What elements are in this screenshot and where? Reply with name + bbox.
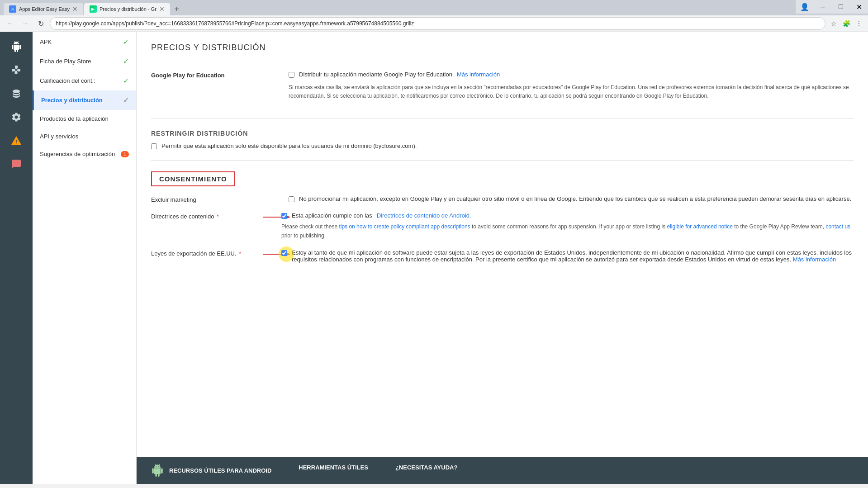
- leyes-required: *: [239, 250, 241, 257]
- directrices-extra: Please check out these tips on how to cr…: [281, 223, 854, 240]
- extension-icon[interactable]: 🧩: [841, 18, 852, 29]
- tab2-close[interactable]: ✕: [159, 5, 165, 13]
- directrices-link4[interactable]: contact us: [825, 223, 850, 230]
- bookmark-icon[interactable]: ☆: [828, 18, 839, 29]
- back-button[interactable]: ←: [4, 17, 16, 30]
- browser-chrome: A Apps Editor Easy Easy ✕ ▶ Precios y di…: [0, 0, 868, 32]
- excluir-description: No promocionar mi aplicación, excepto en…: [299, 195, 851, 202]
- education-checkbox-row: Distribuir tu aplicación mediante Google…: [289, 71, 854, 78]
- consentimiento-section: CONSENTIMIENTO Excluir marketing No prom…: [151, 171, 854, 262]
- restringir-label: Permitir que esta aplicación solo esté d…: [161, 142, 417, 149]
- reload-button[interactable]: ↻: [34, 17, 47, 30]
- sugerencias-badge: 1: [121, 151, 129, 157]
- support-icon[interactable]: [5, 153, 27, 175]
- education-more-info-link[interactable]: Más información: [457, 71, 500, 78]
- tab2-favicon: ▶: [90, 5, 97, 13]
- check-precios: ✓: [123, 96, 129, 104]
- settings-icon[interactable]: [5, 106, 27, 128]
- education-checkbox[interactable]: [289, 72, 294, 78]
- user-icon[interactable]: 👤: [796, 0, 814, 14]
- leyes-more-info-link[interactable]: Más información: [793, 256, 836, 263]
- directrices-link2[interactable]: tips on how to create policy compliant a…: [339, 223, 470, 230]
- tab-apps-editor[interactable]: A Apps Editor Easy Easy ✕: [4, 3, 83, 15]
- footer-section-3: ¿NECESITAS AYUDA?: [395, 464, 457, 477]
- new-tab-button[interactable]: +: [171, 3, 183, 15]
- education-label: Google Play for Education: [151, 71, 278, 79]
- education-row: Google Play for Education Distribuir tu …: [151, 71, 854, 100]
- nav-item-api[interactable]: API y servicios: [33, 128, 136, 145]
- leyes-row: Leyes de exportación de EE.UU. *: [151, 249, 854, 263]
- nav-item-precios[interactable]: Precios y distribución ✓: [33, 90, 136, 110]
- directrices-desc-main: Esta aplicación cumple con las: [292, 212, 372, 219]
- nav-item-ficha[interactable]: Ficha de Play Store ✓: [33, 52, 136, 71]
- restringir-checkbox[interactable]: [151, 143, 157, 149]
- excluir-marketing-row: Excluir marketing No promocionar mi apli…: [151, 195, 854, 203]
- restringir-section: RESTRINGIR DISTRIBUCIÓN Permitir que est…: [151, 130, 854, 161]
- nav-item-sugerencias[interactable]: Sugerencias de optimización 1: [33, 145, 136, 163]
- directrices-label: Directrices de contenido *: [151, 212, 278, 220]
- leyes-content: Estoy al tanto de que mi aplicación de s…: [278, 249, 854, 263]
- nav-item-calificacion[interactable]: Calificación del cont.: ✓: [33, 71, 136, 90]
- directrices-checkbox[interactable]: [281, 213, 287, 219]
- page-title: PRECIOS Y DISTRIBUCIÓN: [151, 43, 854, 60]
- excluir-checkbox[interactable]: [289, 196, 294, 202]
- leyes-checkbox[interactable]: [281, 250, 287, 256]
- sidebar: [0, 32, 33, 484]
- directrices-row: Directrices de contenido *: [151, 212, 854, 240]
- menu-icon[interactable]: ⋮: [854, 18, 864, 29]
- excluir-content: No promocionar mi aplicación, excepto en…: [289, 195, 854, 202]
- education-description-detail: Si marcas esta casilla, se enviará la ap…: [289, 83, 854, 100]
- database-icon[interactable]: [5, 83, 27, 104]
- footer-section-2: HERRAMIENTAS ÚTILES: [299, 464, 368, 477]
- excluir-label: Excluir marketing: [151, 195, 278, 203]
- maximize-button[interactable]: □: [832, 0, 850, 14]
- check-calificacion: ✓: [123, 76, 129, 85]
- restringir-title: RESTRINGIR DISTRIBUCIÓN: [151, 130, 854, 137]
- check-apk: ✓: [123, 38, 129, 46]
- android-icon[interactable]: [5, 36, 27, 57]
- tab1-favicon: A: [9, 5, 16, 13]
- warning-icon[interactable]: [5, 130, 27, 152]
- gamepad-icon[interactable]: [5, 59, 27, 81]
- footer-section-1: RECURSOS ÚTILES PARA ANDROID: [169, 467, 271, 474]
- tab1-label: Apps Editor Easy Easy: [19, 6, 70, 12]
- excluir-checkbox-row: No promocionar mi aplicación, excepto en…: [289, 195, 854, 202]
- toolbar-icons: ☆ 🧩 ⋮: [828, 18, 864, 29]
- consentimiento-title: CONSENTIMIENTO: [151, 171, 235, 186]
- address-input[interactable]: [50, 17, 825, 30]
- main-content: PRECIOS Y DISTRIBUCIÓN Google Play for E…: [137, 32, 868, 457]
- tab2-label: Precios y distribución - Gr: [100, 6, 157, 12]
- footer: RECURSOS ÚTILES PARA ANDROID HERRAMIENTA…: [137, 457, 868, 484]
- directrices-link3[interactable]: eligible for advanced notice: [667, 223, 732, 230]
- education-desc-main: Distribuir tu aplicación mediante Google…: [299, 71, 452, 78]
- directrices-content: Esta aplicación cumple con las Directric…: [278, 212, 854, 240]
- leyes-checkbox-row: Estoy al tanto de que mi aplicación de s…: [281, 249, 854, 263]
- directrices-checkbox-row: Esta aplicación cumple con las Directric…: [281, 212, 854, 219]
- app-container: APK ✓ Ficha de Play Store ✓ Calificación…: [0, 32, 868, 484]
- nav-item-apk[interactable]: APK ✓: [33, 32, 136, 52]
- education-content: Distribuir tu aplicación mediante Google…: [289, 71, 854, 100]
- minimize-button[interactable]: –: [814, 0, 832, 14]
- leyes-label: Leyes de exportación de EE.UU. *: [151, 249, 278, 257]
- tab-bar: A Apps Editor Easy Easy ✕ ▶ Precios y di…: [0, 0, 868, 15]
- nav-panel: APK ✓ Ficha de Play Store ✓ Calificación…: [33, 32, 137, 484]
- address-bar-row: ← → ↻ ☆ 🧩 ⋮: [0, 15, 868, 32]
- tab-precios[interactable]: ▶ Precios y distribución - Gr ✕: [84, 3, 170, 15]
- check-ficha: ✓: [123, 57, 129, 66]
- directrices-checkbox-wrapper: [281, 212, 287, 219]
- directrices-required: *: [217, 213, 219, 220]
- directrices-link1[interactable]: Directrices de contenido de Android.: [377, 212, 471, 219]
- google-play-education-section: Google Play for Education Distribuir tu …: [151, 71, 854, 119]
- close-button[interactable]: ✕: [850, 0, 868, 14]
- leyes-description: Estoy al tanto de que mi aplicación de s…: [292, 249, 854, 263]
- restringir-checkbox-row: Permitir que esta aplicación solo esté d…: [151, 142, 854, 149]
- forward-button[interactable]: →: [19, 17, 32, 30]
- nav-item-productos[interactable]: Productos de la aplicación: [33, 110, 136, 128]
- tab1-close[interactable]: ✕: [72, 5, 78, 13]
- footer-android-logo: RECURSOS ÚTILES PARA ANDROID: [151, 464, 271, 477]
